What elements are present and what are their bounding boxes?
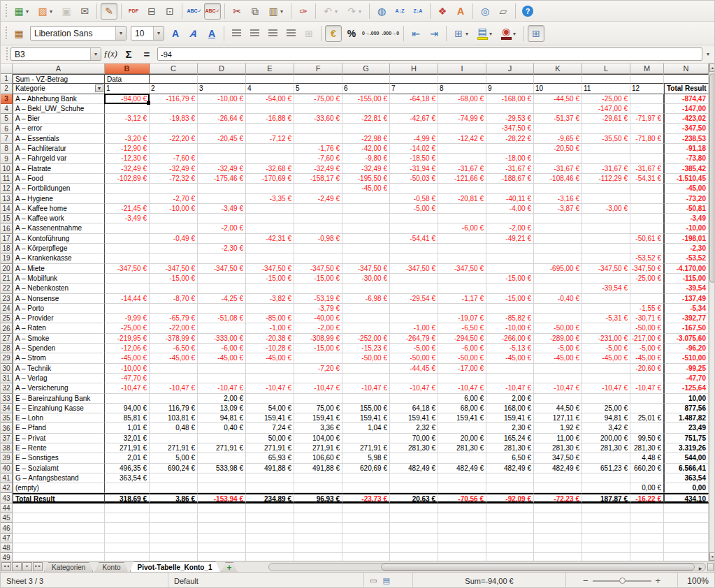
value-cell[interactable]: 271,91 € (342, 443, 390, 453)
value-cell[interactable] (150, 184, 198, 193)
value-cell[interactable] (390, 284, 438, 293)
cell[interactable] (582, 74, 630, 84)
value-cell[interactable] (630, 473, 664, 483)
sheet-tab-pivot-tabelle-konto-1[interactable]: Pivot-Tabelle_Konto_1 (130, 561, 220, 572)
category-label-cell[interactable]: A – Versicherung (13, 383, 105, 393)
dropdown-arrow-icon[interactable]: ▾ (280, 8, 286, 15)
value-cell[interactable] (630, 144, 664, 154)
value-cell[interactable] (390, 124, 438, 133)
value-cell[interactable]: -5,13 € (486, 344, 534, 353)
value-cell[interactable] (150, 434, 198, 443)
edit-mode-button[interactable]: ✎ (101, 3, 117, 20)
value-cell[interactable] (198, 364, 246, 374)
row-header-3[interactable]: 3 (1, 94, 13, 104)
clone-formatting-button[interactable]: ✑ (295, 3, 312, 20)
value-cell[interactable] (438, 144, 486, 154)
value-cell[interactable] (582, 483, 630, 493)
category-label-cell[interactable]: A – Hygiene (13, 194, 105, 204)
new-button[interactable]: ▦▾ (10, 3, 27, 20)
total-value-cell[interactable]: 363,54 (664, 473, 709, 483)
value-cell[interactable]: -347,50 € (438, 264, 486, 274)
name-box[interactable]: B3 ▾ (10, 47, 101, 61)
value-cell[interactable]: -22,00 € (150, 323, 198, 333)
empty-cell[interactable] (13, 553, 105, 561)
value-cell[interactable] (105, 234, 150, 244)
value-cell[interactable] (150, 374, 198, 383)
last-sheet-button sheet-nav-icon[interactable]: ⯈⯈ (33, 562, 43, 571)
value-cell[interactable] (630, 214, 664, 223)
value-cell[interactable]: -289,00 € (534, 334, 582, 344)
row-header-32[interactable]: 32 (1, 383, 13, 393)
category-label-cell[interactable]: E – Sonstiges (13, 453, 105, 463)
value-cell[interactable] (534, 184, 582, 193)
empty-cell[interactable] (630, 504, 664, 513)
value-cell[interactable] (294, 374, 342, 383)
value-cell[interactable]: -219,95 € (105, 334, 150, 344)
cut-button[interactable]: ✂ (229, 3, 245, 20)
month-header-cell[interactable]: 4 (246, 84, 294, 94)
month-header-cell[interactable]: 10 (534, 84, 582, 94)
empty-cell[interactable] (150, 504, 198, 513)
value-cell[interactable] (390, 483, 438, 493)
month-header-cell[interactable]: 9 (486, 84, 534, 94)
value-cell[interactable]: -347,50 € (582, 264, 630, 274)
total-value-cell[interactable]: -392,77 (664, 314, 709, 323)
value-cell[interactable] (582, 294, 630, 304)
value-cell[interactable] (534, 473, 582, 483)
value-cell[interactable]: 271,91 € (105, 443, 150, 453)
value-cell[interactable] (534, 214, 582, 223)
category-label-cell[interactable]: A – Kaffee work (13, 214, 105, 223)
value-cell[interactable]: -195,50 € (342, 174, 390, 184)
total-value-cell[interactable]: -4.170,00 (664, 264, 709, 274)
category-label-cell[interactable]: A – Fachliteratur (13, 144, 105, 154)
increase-indent-button[interactable]: ⇥ (426, 25, 442, 42)
value-cell[interactable] (294, 284, 342, 293)
value-cell[interactable]: -10,47 € (534, 383, 582, 393)
empty-cell[interactable] (294, 504, 342, 513)
total-row-value-cell[interactable]: 96,93 € (294, 493, 342, 503)
value-cell[interactable] (150, 364, 198, 374)
zoom-slider-track[interactable] (593, 580, 651, 582)
value-cell[interactable]: -3,12 € (105, 114, 150, 124)
value-cell[interactable] (342, 323, 390, 333)
value-cell[interactable]: -217,00 € (630, 334, 664, 344)
column-header-J[interactable]: J (486, 64, 534, 74)
cell[interactable] (150, 74, 198, 84)
value-cell[interactable] (582, 144, 630, 154)
value-cell[interactable] (582, 274, 630, 284)
value-cell[interactable] (294, 244, 342, 253)
value-cell[interactable]: -116,79 € (150, 94, 198, 104)
scrollbar-split-handle[interactable] (707, 563, 714, 571)
value-cell[interactable]: -4,25 € (198, 294, 246, 304)
value-cell[interactable] (486, 374, 534, 383)
value-cell[interactable] (150, 284, 198, 293)
value-cell[interactable] (438, 214, 486, 223)
value-cell[interactable] (390, 223, 438, 233)
row-header-14[interactable]: 14 (1, 204, 13, 214)
value-cell[interactable]: -54,31 € (630, 174, 664, 184)
value-cell[interactable]: -6,00 € (438, 344, 486, 353)
value-cell[interactable]: -5,00 € (534, 344, 582, 353)
value-cell[interactable]: -4,00 € (486, 204, 534, 214)
page-style[interactable]: Default (168, 573, 364, 588)
value-cell[interactable] (438, 374, 486, 383)
value-cell[interactable] (390, 394, 438, 404)
value-cell[interactable]: 99,50 € (630, 434, 664, 443)
value-cell[interactable]: -14,02 € (390, 144, 438, 154)
value-cell[interactable]: 281,30 € (438, 443, 486, 453)
windows-button[interactable]: ▱ (495, 3, 512, 20)
print-button[interactable]: ⊟ (143, 3, 160, 20)
column-header-F[interactable]: F (294, 64, 342, 74)
value-cell[interactable]: -4,99 € (390, 134, 438, 144)
pivot-title-cell[interactable]: Sum - VZ-Betrag (13, 74, 105, 84)
zoom-in-icon[interactable]: + (656, 575, 661, 586)
help-button[interactable]: ? (519, 3, 536, 20)
insert-mode-icon[interactable]: ▭ (370, 576, 377, 585)
fill-handle[interactable] (147, 101, 150, 105)
value-cell[interactable] (198, 234, 246, 244)
value-cell[interactable]: -71,97 € (630, 114, 664, 124)
value-cell[interactable]: -10,47 € (150, 383, 198, 393)
empty-cell[interactable] (342, 523, 390, 533)
value-cell[interactable]: -188,67 € (486, 174, 534, 184)
value-cell[interactable] (294, 214, 342, 223)
